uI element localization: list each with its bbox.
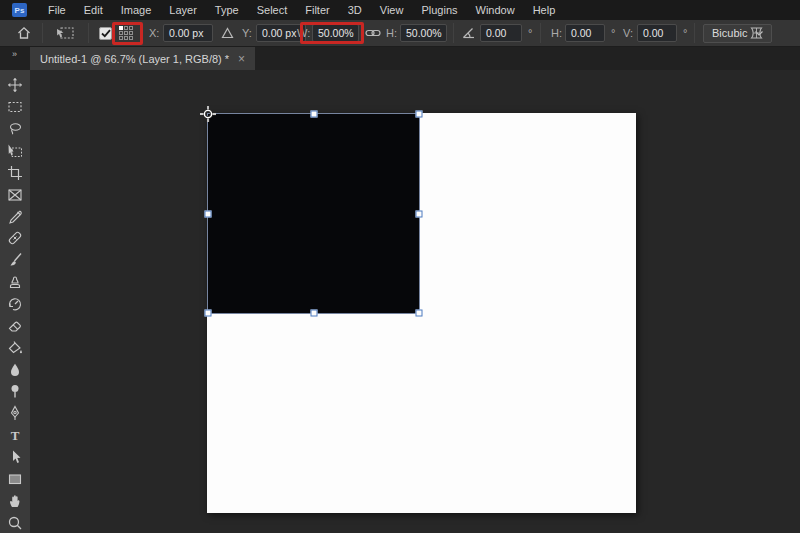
menu-filter[interactable]: Filter <box>296 0 338 20</box>
pen-tool[interactable] <box>3 403 27 424</box>
tools-panel: T <box>0 70 30 533</box>
blur-tool[interactable] <box>3 359 27 380</box>
dodge-tool[interactable] <box>3 381 27 402</box>
gradient-tool[interactable] <box>3 337 27 358</box>
menu-help[interactable]: Help <box>524 0 565 20</box>
menu-plugins[interactable]: Plugins <box>412 0 466 20</box>
v-skew-label: V: <box>623 27 633 39</box>
h-skew-degree-symbol: ° <box>611 27 615 39</box>
reference-point-grid[interactable] <box>119 20 133 46</box>
brush-tool[interactable] <box>3 250 27 271</box>
spot-healing-brush-tool[interactable] <box>3 228 27 249</box>
hand-tool[interactable] <box>3 490 27 511</box>
type-tool[interactable]: T <box>3 425 27 446</box>
width-scale-field[interactable]: 50.00% <box>312 24 359 42</box>
menu-bar: Ps File Edit Image Layer Type Select Fil… <box>0 0 800 20</box>
menu-type[interactable]: Type <box>206 0 248 20</box>
h-skew-label: H: <box>551 27 562 39</box>
move-tool[interactable] <box>3 75 27 96</box>
x-label: X: <box>149 27 159 39</box>
document-canvas[interactable] <box>207 113 636 513</box>
transform-tool-icon <box>55 20 75 46</box>
reference-point-grid-icon <box>119 26 133 40</box>
checkbox-checked-icon <box>99 27 112 40</box>
height-label: H: <box>386 27 397 39</box>
separator <box>453 23 454 43</box>
type-tool-glyph: T <box>11 429 20 442</box>
eyedropper-tool[interactable] <box>3 206 27 227</box>
tab-close-icon[interactable]: × <box>238 53 245 65</box>
interpolation-value: Bicubic <box>712 27 747 39</box>
transform-handle-top[interactable] <box>310 111 317 118</box>
object-selection-tool[interactable] <box>3 141 27 162</box>
separator <box>42 23 43 43</box>
free-transform-bounding-box[interactable] <box>207 113 420 314</box>
rectangle-tool[interactable] <box>3 468 27 489</box>
transform-handle-bottom-right[interactable] <box>416 310 423 317</box>
h-skew-field[interactable]: 0.00 <box>565 24 605 42</box>
maintain-aspect-ratio-link-icon[interactable] <box>365 20 381 46</box>
rotate-field[interactable]: 0.00 <box>480 24 522 42</box>
toggle-reference-point-checkbox[interactable] <box>99 20 112 46</box>
transform-handle-top-right[interactable] <box>416 111 423 118</box>
photoshop-window: Ps File Edit Image Layer Type Select Fil… <box>0 0 800 533</box>
document-tab-title: Untitled-1 @ 66.7% (Layer 1, RGB/8) * <box>40 53 229 65</box>
transform-handle-bottom[interactable] <box>310 310 317 317</box>
separator <box>88 23 89 43</box>
home-icon[interactable] <box>16 20 32 46</box>
transform-options-bar: X: 0.00 px Y: 0.00 px W: 50.00% H: 50.00… <box>0 20 800 47</box>
document-tab-bar: » Untitled-1 @ 66.7% (Layer 1, RGB/8) * … <box>0 47 800 70</box>
transform-handle-bottom-left[interactable] <box>205 310 212 317</box>
document-tab[interactable]: Untitled-1 @ 66.7% (Layer 1, RGB/8) * × <box>30 47 255 70</box>
v-skew-degree-symbol: ° <box>683 27 687 39</box>
warp-mode-toggle-icon[interactable] <box>748 20 765 46</box>
menu-image[interactable]: Image <box>112 0 161 20</box>
canvas-work-area[interactable] <box>30 70 800 533</box>
frame-tool[interactable] <box>3 184 27 205</box>
menu-view[interactable]: View <box>371 0 413 20</box>
lasso-tool[interactable] <box>3 119 27 140</box>
width-label: W: <box>297 27 310 39</box>
height-scale-field[interactable]: 50.00% <box>400 24 447 42</box>
rotate-angle-icon <box>461 20 476 46</box>
y-label: Y: <box>242 27 252 39</box>
menu-edit[interactable]: Edit <box>75 0 112 20</box>
menu-window[interactable]: Window <box>467 0 524 20</box>
transform-reference-point-icon[interactable] <box>199 105 218 124</box>
transform-handle-right[interactable] <box>416 210 423 217</box>
rectangular-marquee-tool[interactable] <box>3 97 27 118</box>
transform-handle-left[interactable] <box>205 210 212 217</box>
photoshop-logo-icon: Ps <box>12 3 27 17</box>
menu-select[interactable]: Select <box>248 0 297 20</box>
zoom-tool[interactable] <box>3 512 27 533</box>
separator <box>694 23 695 43</box>
crop-tool[interactable] <box>3 162 27 183</box>
separator <box>540 23 541 43</box>
path-selection-tool[interactable] <box>3 447 27 468</box>
menu-layer[interactable]: Layer <box>160 0 206 20</box>
rotate-degree-symbol: ° <box>528 27 532 39</box>
eraser-tool[interactable] <box>3 315 27 336</box>
history-brush-tool[interactable] <box>3 294 27 315</box>
menu-file[interactable]: File <box>39 0 75 20</box>
x-position-field[interactable]: 0.00 px <box>163 24 213 42</box>
toolbar-collapse-chevron[interactable]: » <box>0 47 30 70</box>
menu-3d[interactable]: 3D <box>339 0 371 20</box>
relative-positioning-icon[interactable] <box>220 20 235 46</box>
clone-stamp-tool[interactable] <box>3 272 27 293</box>
v-skew-field[interactable]: 0.00 <box>637 24 677 42</box>
